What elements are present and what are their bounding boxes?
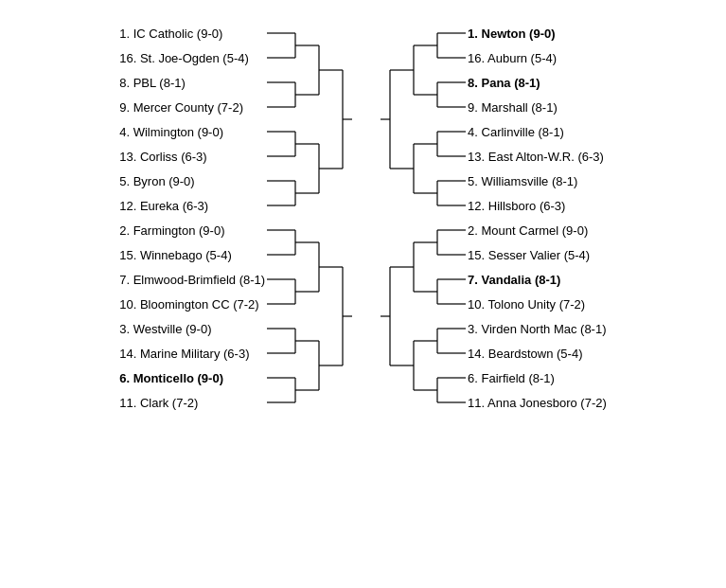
bracket-container: 1. IC Catholic (9-0)16. St. Joe-Ogden (5… (9, 21, 717, 415)
right-seed-16: 11. Anna Jonesboro (7-2) (466, 390, 609, 415)
right-seed-11: 7. Vandalia (8-1) (466, 267, 609, 292)
left-seed-7: 5. Byron (9-0) (117, 169, 267, 193)
left-seed-8: 12. Eureka (6-3) (117, 193, 267, 218)
right-seed-1: 1. Newton (9-0) (466, 21, 609, 45)
left-bracket: 1. IC Catholic (9-0)16. St. Joe-Ogden (5… (117, 21, 352, 415)
left-bracket-lines (267, 21, 352, 415)
right-seed-12: 10. Tolono Unity (7-2) (466, 292, 609, 316)
right-seed-10: 15. Sesser Valier (5-4) (466, 242, 609, 267)
right-seed-3: 8. Pana (8-1) (466, 70, 609, 95)
right-seed-9: 2. Mount Carmel (9-0) (466, 218, 609, 242)
right-seeds-column: 1. Newton (9-0)16. Auburn (5-4)8. Pana (… (466, 21, 609, 415)
right-seed-2: 16. Auburn (5-4) (466, 45, 609, 70)
right-seed-4: 9. Marshall (8-1) (466, 95, 609, 119)
left-seeds-column: 1. IC Catholic (9-0)16. St. Joe-Ogden (5… (117, 21, 267, 415)
left-seed-4: 9. Mercer County (7-2) (117, 95, 267, 119)
left-seed-6: 13. Corliss (6-3) (117, 144, 267, 169)
left-seed-10: 15. Winnebago (5-4) (117, 242, 267, 267)
left-seed-11: 7. Elmwood-Brimfield (8-1) (117, 267, 267, 292)
right-seed-6: 13. East Alton-W.R. (6-3) (466, 144, 609, 169)
left-seed-15: 6. Monticello (9-0) (117, 365, 267, 390)
right-bracket-lines (381, 21, 466, 415)
right-seed-13: 3. Virden North Mac (8-1) (466, 316, 609, 341)
left-seed-16: 11. Clark (7-2) (117, 390, 267, 415)
right-seed-8: 12. Hillsboro (6-3) (466, 193, 609, 218)
left-seed-9: 2. Farmington (9-0) (117, 218, 267, 242)
right-seed-7: 5. Williamsville (8-1) (466, 169, 609, 193)
left-seed-3: 8. PBL (8-1) (117, 70, 267, 95)
center-gap (352, 21, 381, 415)
left-seed-1: 1. IC Catholic (9-0) (117, 21, 267, 45)
right-seed-5: 4. Carlinville (8-1) (466, 119, 609, 144)
left-seed-5: 4. Wilmington (9-0) (117, 119, 267, 144)
right-seed-15: 6. Fairfield (8-1) (466, 365, 609, 390)
right-seed-14: 14. Beardstown (5-4) (466, 341, 609, 365)
left-seed-13: 3. Westville (9-0) (117, 316, 267, 341)
right-bracket: 1. Newton (9-0)16. Auburn (5-4)8. Pana (… (381, 21, 609, 415)
left-seed-12: 10. Bloomington CC (7-2) (117, 292, 267, 316)
left-seed-2: 16. St. Joe-Ogden (5-4) (117, 45, 267, 70)
left-seed-14: 14. Marine Military (6-3) (117, 341, 267, 365)
